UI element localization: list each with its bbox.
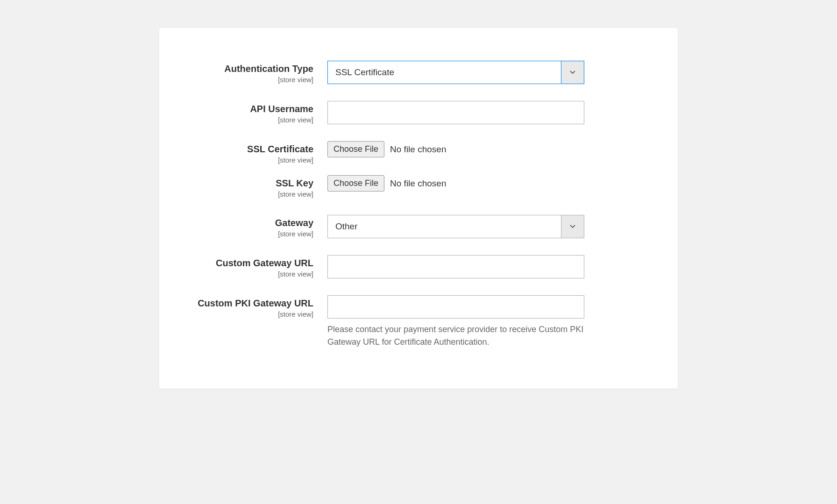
- ssl-certificate-file-status: No file chosen: [390, 144, 446, 155]
- label-scope: [store view]: [187, 156, 313, 164]
- label-text: Custom Gateway URL: [216, 258, 313, 268]
- label-scope: [store view]: [187, 230, 313, 238]
- ssl-certificate-choose-file-button[interactable]: Choose File: [327, 141, 384, 157]
- label-text: API Username: [250, 104, 313, 114]
- field-authentication-type: Authentication Type [store view] SSL Cer…: [187, 61, 640, 84]
- field-ssl-certificate: SSL Certificate [store view] Choose File…: [187, 141, 640, 164]
- authentication-type-select[interactable]: SSL Certificate: [327, 61, 584, 84]
- chevron-down-icon: [561, 215, 584, 238]
- chevron-down-icon: [561, 61, 584, 84]
- field-custom-gateway-url: Custom Gateway URL [store view]: [187, 255, 640, 278]
- label-scope: [store view]: [187, 270, 313, 278]
- field-ssl-key: SSL Key [store view] Choose File No file…: [187, 175, 640, 198]
- custom-gateway-url-input[interactable]: [327, 255, 584, 278]
- label-gateway: Gateway [store view]: [187, 215, 327, 238]
- label-ssl-key: SSL Key [store view]: [187, 175, 327, 198]
- label-api-username: API Username [store view]: [187, 101, 327, 124]
- api-username-input[interactable]: [327, 101, 584, 124]
- select-value: Other: [327, 215, 561, 238]
- label-text: SSL Certificate: [247, 144, 313, 154]
- label-text: Custom PKI Gateway URL: [198, 298, 313, 308]
- label-custom-gateway-url: Custom Gateway URL [store view]: [187, 255, 327, 278]
- field-api-username: API Username [store view]: [187, 101, 640, 124]
- label-text: Gateway: [275, 218, 313, 228]
- label-authentication-type: Authentication Type [store view]: [187, 61, 327, 84]
- gateway-select[interactable]: Other: [327, 215, 584, 238]
- label-ssl-certificate: SSL Certificate [store view]: [187, 141, 327, 164]
- settings-panel: Authentication Type [store view] SSL Cer…: [159, 28, 678, 389]
- field-custom-pki-gateway-url: Custom PKI Gateway URL [store view] Plea…: [187, 295, 640, 348]
- label-custom-pki-gateway-url: Custom PKI Gateway URL [store view]: [187, 295, 327, 318]
- label-text: Authentication Type: [224, 64, 313, 74]
- custom-pki-gateway-url-input[interactable]: [327, 295, 584, 319]
- field-gateway: Gateway [store view] Other: [187, 215, 640, 238]
- select-value: SSL Certificate: [327, 61, 561, 84]
- custom-pki-help-text: Please contact your payment service prov…: [327, 323, 584, 348]
- label-text: SSL Key: [276, 178, 313, 188]
- label-scope: [store view]: [187, 190, 313, 198]
- label-scope: [store view]: [187, 116, 313, 124]
- label-scope: [store view]: [187, 310, 313, 318]
- label-scope: [store view]: [187, 76, 313, 84]
- ssl-key-file-status: No file chosen: [390, 178, 446, 189]
- ssl-key-choose-file-button[interactable]: Choose File: [327, 175, 384, 192]
